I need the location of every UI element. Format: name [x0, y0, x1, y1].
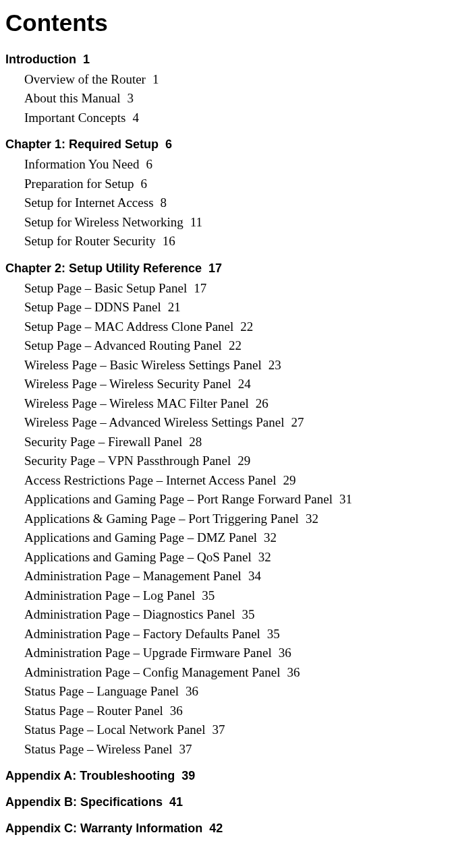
- toc-entry: Security Page – VPN Passthrough Panel29: [5, 452, 447, 471]
- contents-heading: Contents: [5, 5, 447, 41]
- toc-entry-page: 32: [264, 530, 277, 545]
- toc-entry-title: Security Page – Firewall Panel: [24, 435, 182, 449]
- toc-entry-title: Setup for Router Security: [24, 234, 156, 248]
- toc-entry: Wireless Page – Wireless Security Panel2…: [5, 375, 447, 394]
- toc-entry-title: Administration Page – Factory Defaults P…: [24, 627, 260, 641]
- toc-entry-page: 29: [283, 473, 296, 487]
- toc-entry-page: 21: [168, 300, 181, 314]
- toc-entry-page: 34: [248, 569, 261, 583]
- toc-section-page: 1: [83, 53, 90, 66]
- toc-entry-page: 22: [229, 338, 242, 352]
- toc-entry-page: 16: [163, 234, 175, 248]
- toc-entry: Preparation for Setup6: [5, 175, 447, 194]
- toc-entry-title: Wireless Page – Advanced Wireless Settin…: [24, 415, 284, 429]
- toc-entry-page: 36: [170, 704, 183, 718]
- toc-section-title: Chapter 1: Required Setup: [5, 137, 159, 151]
- toc-section-page: 42: [209, 822, 223, 835]
- toc-entry: Setup Page – Basic Setup Panel17: [5, 279, 447, 299]
- toc-entry: Status Page – Language Panel36: [5, 682, 447, 702]
- toc-entry: Administration Page – Config Management …: [5, 663, 447, 683]
- toc-entry-title: Status Page – Language Panel: [24, 684, 179, 698]
- toc-entry-title: Setup Page – Basic Setup Panel: [24, 281, 187, 295]
- toc-entry-page: 32: [258, 550, 271, 564]
- toc-entry: Wireless Page – Wireless MAC Filter Pane…: [5, 394, 447, 414]
- toc-entry-title: Applications and Gaming Page – Port Rang…: [24, 492, 333, 506]
- toc-entry-title: Administration Page – Log Panel: [24, 588, 195, 602]
- toc-entry: Information You Need6: [5, 155, 447, 175]
- toc-section: Chapter 1: Required Setup6Information Yo…: [5, 135, 447, 251]
- toc-entry-page: 4: [132, 111, 139, 125]
- toc-section-title: Appendix C: Warranty Information: [5, 822, 202, 835]
- toc-entry: Overview of the Router1: [5, 70, 447, 90]
- toc-section-heading: Appendix B: Specifications41: [5, 793, 447, 811]
- toc-entry: Setup Page – DDNS Panel21: [5, 298, 447, 317]
- toc-entry-page: 36: [279, 646, 291, 660]
- toc-entry: Administration Page – Diagnostics Panel3…: [5, 605, 447, 625]
- toc-entry-page: 29: [237, 454, 250, 468]
- toc-entry-title: Wireless Page – Basic Wireless Settings …: [24, 358, 262, 372]
- toc-entry-page: 8: [161, 195, 167, 210]
- toc-entry-page: 3: [128, 91, 134, 105]
- toc-entry-title: Preparation for Setup: [24, 177, 134, 191]
- toc-entry: Administration Page – Management Panel34: [5, 567, 447, 586]
- toc-entry-page: 1: [152, 72, 159, 86]
- toc-entry-title: Setup Page – MAC Address Clone Panel: [24, 319, 233, 334]
- toc-entry: Administration Page – Upgrade Firmware P…: [5, 644, 447, 663]
- toc-entry-page: 37: [179, 742, 192, 756]
- toc-section-heading: Introduction1: [5, 51, 447, 69]
- toc-entry: Applications & Gaming Page – Port Trigge…: [5, 509, 447, 529]
- toc-entry-title: Setup for Wireless Networking: [24, 215, 183, 229]
- toc-entry-page: 35: [242, 607, 254, 621]
- table-of-contents: Introduction1Overview of the Router1Abou…: [5, 51, 447, 838]
- toc-entry: Setup Page – Advanced Routing Panel22: [5, 336, 447, 356]
- toc-section: Introduction1Overview of the Router1Abou…: [5, 51, 447, 128]
- toc-entry: Setup for Router Security16: [5, 232, 447, 251]
- toc-entry-title: Applications and Gaming Page – DMZ Panel: [24, 530, 257, 545]
- toc-entry: Administration Page – Log Panel35: [5, 586, 447, 606]
- toc-entry: Setup Page – MAC Address Clone Panel22: [5, 317, 447, 337]
- toc-entry-page: 32: [306, 512, 318, 526]
- toc-entry-page: 23: [269, 358, 281, 372]
- toc-entry: Wireless Page – Basic Wireless Settings …: [5, 356, 447, 375]
- toc-entry-page: 35: [267, 627, 280, 641]
- toc-section-heading: Chapter 1: Required Setup6: [5, 135, 447, 154]
- toc-entry-page: 27: [291, 415, 304, 429]
- toc-entry-page: 11: [190, 215, 202, 229]
- toc-entry: Setup for Wireless Networking11: [5, 213, 447, 232]
- toc-entry-title: Information You Need: [24, 157, 139, 171]
- toc-entry-title: Applications and Gaming Page – QoS Panel: [24, 550, 252, 564]
- toc-section-page: 17: [208, 261, 222, 275]
- toc-entry-title: Wireless Page – Wireless MAC Filter Pane…: [24, 396, 249, 410]
- toc-section-title: Appendix A: Troubleshooting: [5, 769, 175, 782]
- toc-section: Appendix B: Specifications41: [5, 793, 447, 811]
- toc-entry-page: 6: [141, 177, 148, 191]
- toc-section-page: 41: [169, 795, 183, 809]
- toc-entry: Status Page – Router Panel36: [5, 702, 447, 721]
- toc-entry-page: 6: [146, 157, 152, 171]
- toc-section-title: Appendix B: Specifications: [5, 795, 163, 809]
- toc-section-page: 39: [181, 769, 195, 782]
- toc-section: Chapter 2: Setup Utility Reference17Setu…: [5, 259, 447, 760]
- toc-entry: Administration Page – Factory Defaults P…: [5, 625, 447, 644]
- toc-entry-page: 37: [213, 722, 225, 737]
- toc-section-heading: Appendix C: Warranty Information42: [5, 819, 447, 838]
- toc-entry-page: 22: [240, 319, 253, 334]
- toc-entry-title: Setup Page – DDNS Panel: [24, 300, 161, 314]
- toc-section-heading: Chapter 2: Setup Utility Reference17: [5, 259, 447, 278]
- toc-entry-title: Administration Page – Config Management …: [24, 665, 280, 679]
- toc-section-page: 6: [165, 137, 172, 151]
- toc-entry-page: 28: [189, 435, 202, 449]
- toc-entry-title: Access Restrictions Page – Internet Acce…: [24, 473, 277, 487]
- toc-entry-title: Administration Page – Diagnostics Panel: [24, 607, 235, 621]
- toc-entry-title: About this Manual: [24, 91, 121, 105]
- toc-entry: Wireless Page – Advanced Wireless Settin…: [5, 413, 447, 433]
- toc-entry-title: Setup Page – Advanced Routing Panel: [24, 338, 222, 352]
- toc-section-heading: Appendix A: Troubleshooting39: [5, 767, 447, 785]
- toc-entry: Access Restrictions Page – Internet Acce…: [5, 471, 447, 491]
- toc-entry: Applications and Gaming Page – DMZ Panel…: [5, 528, 447, 548]
- toc-section-title: Introduction: [5, 53, 76, 66]
- toc-entry-page: 36: [186, 684, 198, 698]
- toc-entry: Applications and Gaming Page – Port Rang…: [5, 490, 447, 509]
- toc-entry-title: Overview of the Router: [24, 72, 146, 86]
- toc-entry-title: Wireless Page – Wireless Security Panel: [24, 377, 231, 391]
